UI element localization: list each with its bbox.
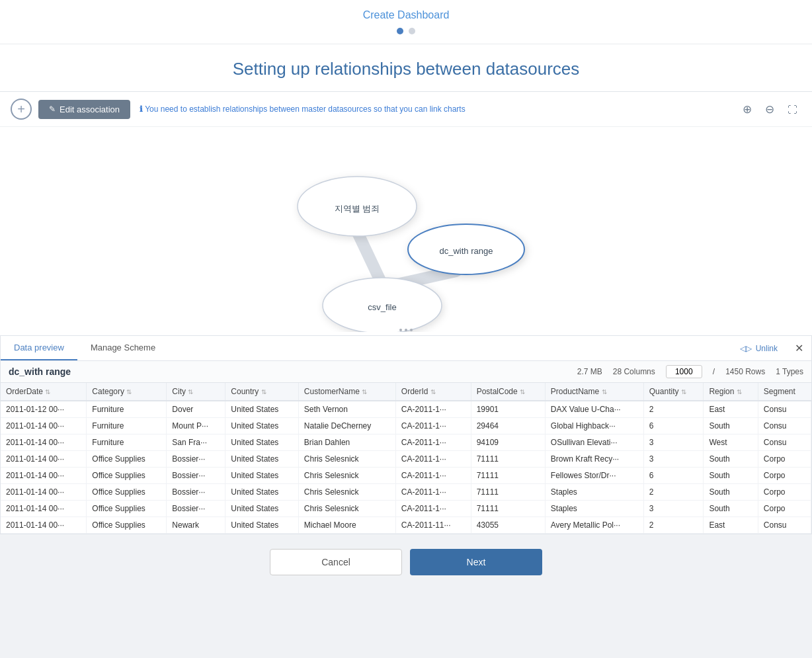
next-button[interactable]: Next: [410, 549, 542, 575]
table-cell: 2: [643, 484, 704, 501]
canvas-container: + ✎ Edit association ℹ Data previewYou n…: [0, 91, 812, 336]
table-cell: CA-2011-1···: [395, 418, 471, 434]
table-cell: United States: [225, 434, 299, 451]
node2-label[interactable]: dc_with range: [440, 246, 493, 256]
table-cell: Fellowes Stor/Dr···: [545, 468, 643, 484]
table-cell: Furniture: [87, 401, 167, 418]
table-cell: Natalie DeCherney: [298, 418, 395, 434]
table-cell: CA-2011-1···: [395, 501, 471, 517]
unlink-label: Unlink: [756, 344, 778, 353]
bottom-actions: Cancel Next: [0, 534, 812, 590]
table-cell: San Fra···: [167, 434, 225, 451]
table-cell: Consu: [758, 434, 811, 451]
table-name: dc_with range: [9, 366, 71, 377]
add-datasource-button[interactable]: +: [11, 99, 32, 120]
col-orderid: OrderId ⇅: [395, 383, 471, 401]
table-cell: 43055: [471, 517, 545, 534]
table-cell: Furniture: [87, 434, 167, 451]
table-cell: Office Supplies: [87, 468, 167, 484]
node1-label[interactable]: 지역별 범죄: [335, 204, 380, 214]
table-meta-row: dc_with range 2.7 MB 28 Columns / 1450 R…: [1, 361, 811, 383]
table-cell: Mount P···: [167, 418, 225, 434]
table-cell: United States: [225, 468, 299, 484]
table-cell: 3: [643, 451, 704, 468]
table-cell: 71111: [471, 484, 545, 501]
table-cell: East: [704, 401, 758, 418]
unlink-button[interactable]: ◁▷ Unlink: [731, 336, 787, 360]
edit-icon: ✎: [49, 104, 56, 114]
cancel-button[interactable]: Cancel: [270, 549, 402, 575]
table-cell: Office Supplies: [87, 501, 167, 517]
table-cell: Brian Dahlen: [298, 434, 395, 451]
table-cell: Brown Kraft Recy···: [545, 451, 643, 468]
edit-association-label: Edit association: [60, 104, 120, 114]
edit-association-button[interactable]: ✎ Edit association: [38, 100, 130, 119]
table-cell: Avery Metallic Pol···: [545, 517, 643, 534]
table-cell: 2011-01-14 00···: [1, 501, 87, 517]
table-cell: 2011-01-14 00···: [1, 418, 87, 434]
table-cell: Office Supplies: [87, 517, 167, 534]
step-dot-2: [409, 28, 415, 34]
table-cell: OSullivan Elevati···: [545, 434, 643, 451]
table-cell: Dover: [167, 401, 225, 418]
table-header-row: OrderDate ⇅ Category ⇅ City ⇅ Country ⇅ …: [1, 383, 811, 401]
panel-resize-handle[interactable]: [399, 329, 413, 331]
tab-data-preview[interactable]: Data preview: [1, 336, 77, 360]
page-header: Create Dashboard: [0, 0, 812, 44]
table-row: 2011-01-14 00···Office SuppliesBossier··…: [1, 501, 811, 517]
canvas-toolbar: + ✎ Edit association ℹ Data previewYou n…: [0, 92, 812, 127]
col-region: Region ⇅: [704, 383, 758, 401]
data-panel: Data preview Manage Scheme ◁▷ Unlink ✕ d…: [0, 336, 812, 534]
table-cell: 19901: [471, 401, 545, 418]
zoom-out-button[interactable]: ⊖: [760, 100, 779, 118]
table-cell: South: [704, 451, 758, 468]
unlink-icon: ◁▷: [740, 344, 752, 353]
table-cell: 2: [643, 401, 704, 418]
table-cell: East: [704, 517, 758, 534]
table-cell: South: [704, 501, 758, 517]
table-cell: Chris Selesnick: [298, 501, 395, 517]
table-cell: CA-2011-1···: [395, 401, 471, 418]
table-cell: 71111: [471, 468, 545, 484]
table-cell: 6: [643, 468, 704, 484]
table-cell: Office Supplies: [87, 451, 167, 468]
table-cell: Staples: [545, 501, 643, 517]
fullscreen-button[interactable]: ⛶: [783, 100, 801, 118]
data-table-wrapper[interactable]: OrderDate ⇅ Category ⇅ City ⇅ Country ⇅ …: [1, 383, 811, 534]
table-cell: Bossier···: [167, 484, 225, 501]
row-count-input[interactable]: [666, 365, 702, 378]
table-cell: 2011-01-12 00···: [1, 401, 87, 418]
table-cell: United States: [225, 451, 299, 468]
table-cell: 2011-01-14 00···: [1, 484, 87, 501]
table-cell: Corpo: [758, 501, 811, 517]
col-orderdate: OrderDate ⇅: [1, 383, 87, 401]
table-cell: United States: [225, 401, 299, 418]
meta-types: 1 Types: [776, 367, 803, 376]
tab-manage-scheme[interactable]: Manage Scheme: [77, 336, 169, 360]
relationship-graph: 지역별 범죄 dc_with range csv_file: [0, 127, 812, 332]
table-cell: 2011-01-14 00···: [1, 434, 87, 451]
table-cell: Corpo: [758, 468, 811, 484]
node3-label[interactable]: csv_file: [368, 302, 396, 312]
table-cell: CA-2011-1···: [395, 451, 471, 468]
table-row: 2011-01-14 00···Office SuppliesNewarkUni…: [1, 517, 811, 534]
table-cell: West: [704, 434, 758, 451]
col-productname: ProductName ⇅: [545, 383, 643, 401]
col-postalcode: PostalCode ⇅: [471, 383, 545, 401]
step-indicators: [0, 28, 812, 37]
meta-columns: 28 Columns: [613, 367, 655, 376]
close-panel-button[interactable]: ✕: [787, 336, 811, 360]
table-cell: Chris Selesnick: [298, 484, 395, 501]
zoom-in-button[interactable]: ⊕: [738, 100, 756, 118]
table-cell: Consu: [758, 401, 811, 418]
tab-spacer: [169, 336, 730, 360]
svg-line-0: [357, 231, 380, 280]
table-cell: Seth Vernon: [298, 401, 395, 418]
col-city: City ⇅: [167, 383, 225, 401]
table-cell: 6: [643, 418, 704, 434]
table-cell: CA-2011-11···: [395, 517, 471, 534]
table-cell: United States: [225, 484, 299, 501]
table-cell: Corpo: [758, 451, 811, 468]
table-cell: Furniture: [87, 418, 167, 434]
info-message: ℹ Data previewYou need to establish rela…: [140, 104, 466, 114]
